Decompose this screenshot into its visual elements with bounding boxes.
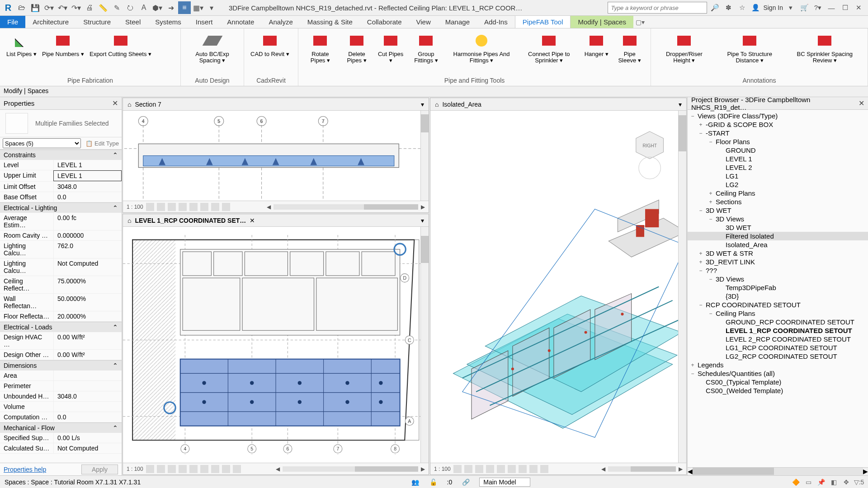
prop-row[interactable]: Wall Reflectan…50.0000% <box>0 294 122 311</box>
qat-close-inactive-icon[interactable]: ▦▾ <box>192 1 204 14</box>
search-input[interactable] <box>608 2 707 14</box>
tree-node[interactable]: GROUND <box>688 146 868 155</box>
ribbon-connect-pipe-to-sprinkler-button[interactable]: Connect Pipe to Sprinkler ▾ <box>517 30 580 66</box>
vc-detail-icon[interactable] <box>146 465 154 473</box>
close-icon[interactable]: ✕ <box>853 2 864 14</box>
vc-sun-icon[interactable] <box>168 203 176 211</box>
prop-row[interactable]: Ceiling Reflect…75.0000% <box>0 276 122 294</box>
tab-modify-spaces[interactable]: Modify | Spaces <box>571 16 633 28</box>
properties-close-icon[interactable]: ✕ <box>112 99 118 108</box>
tree-toggle-icon[interactable]: + <box>708 190 714 197</box>
prop-row[interactable]: Unbounded H…3048.0 <box>0 391 122 402</box>
ribbon-pipe-to-structure-distance-button[interactable]: Pipe To Structure Distance ▾ <box>714 30 786 66</box>
rcp-view-canvas[interactable]: 4 5 6 7 8 A C D <box>123 227 429 463</box>
vc-crop-icon[interactable] <box>497 465 505 473</box>
qat-print-icon[interactable]: 🖨 <box>83 1 96 14</box>
qat-redo-icon[interactable]: ↷▾ <box>70 1 82 14</box>
tree-node[interactable]: −3D Views <box>688 215 868 223</box>
vc-hide-icon[interactable] <box>211 203 219 211</box>
qat-undo-icon[interactable]: ↶▾ <box>56 1 69 14</box>
prop-group-electrical-lighting[interactable]: Electrical - Lighting⌃ <box>0 202 122 213</box>
tab-collaborate[interactable]: Collaborate <box>360 16 409 28</box>
prop-value[interactable] <box>53 402 122 412</box>
isolated-view-canvas[interactable]: RIGHT <box>430 111 686 463</box>
tree-node[interactable]: −Schedules/Quantities (all) <box>688 369 868 378</box>
prop-row[interactable]: Upper LimitLEVEL 1 <box>0 170 122 182</box>
tree-node[interactable]: −3D Views <box>688 275 868 283</box>
tree-node[interactable]: +3D WET & STR <box>688 249 868 258</box>
editable-only-icon[interactable]: 🔓 <box>429 478 438 487</box>
view-tab-isolated[interactable]: Isolated_Area <box>442 101 481 108</box>
prop-value[interactable]: LEVEL 1 <box>53 160 122 170</box>
prop-value[interactable]: 3048.0 <box>53 182 122 192</box>
ribbon-auto-bc-exp-spacing-button[interactable]: Auto BC/Exp Spacing ▾ <box>184 30 240 66</box>
vc-style-icon[interactable] <box>157 465 165 473</box>
tab-pipefab-tool[interactable]: PipeFAB Tool <box>515 16 571 28</box>
tab-architecture[interactable]: Architecture <box>25 16 76 28</box>
qat-text-icon[interactable]: A <box>137 1 150 14</box>
tab-view[interactable]: View <box>409 16 438 28</box>
prop-group-dimensions[interactable]: Dimensions⌃ <box>0 360 122 371</box>
tab-massing-site[interactable]: Massing & Site <box>300 16 360 28</box>
view-tab-dropdown-icon[interactable]: ▾ <box>679 101 682 108</box>
prop-value[interactable]: 762.0 <box>53 241 122 258</box>
minimize-icon[interactable]: — <box>826 2 837 14</box>
prop-value[interactable]: LEVEL 1 <box>53 170 122 181</box>
qat-save-icon[interactable]: 💾 <box>29 1 42 14</box>
prop-row[interactable]: Perimeter <box>0 381 122 391</box>
prop-value[interactable]: 20.0000% <box>53 311 122 321</box>
qat-section-icon[interactable]: ➜ <box>165 1 177 14</box>
view-home-icon[interactable]: ⌂ <box>127 101 131 108</box>
view-tab-dropdown-icon[interactable]: ▾ <box>421 217 424 224</box>
tree-node[interactable]: −??? <box>688 266 868 275</box>
tree-node[interactable]: CS00_(Welded Template) <box>688 386 868 395</box>
prop-row[interactable]: Calculated Su…Not Computed <box>0 443 122 454</box>
hscroll-left-icon[interactable]: ◀ <box>601 466 605 472</box>
ribbon-state-icon[interactable]: ▢▾ <box>633 16 647 28</box>
favorite-icon[interactable]: ☆ <box>736 2 748 14</box>
vc-show-icon[interactable] <box>200 203 208 211</box>
select-links-icon[interactable]: 🔶 <box>791 478 800 487</box>
tree-toggle-icon[interactable]: + <box>698 122 704 128</box>
scrollbar-vertical[interactable] <box>678 111 686 463</box>
tree-node[interactable]: Isolated_Area <box>688 240 868 249</box>
prop-row[interactable]: Lighting Calcu…Not Computed <box>0 258 122 276</box>
tree-toggle-icon[interactable]: + <box>689 362 696 368</box>
select-pinned-icon[interactable]: 📌 <box>816 478 826 487</box>
vc-hide-icon[interactable] <box>211 465 219 473</box>
vc-pin-icon[interactable] <box>233 465 241 473</box>
tab-file[interactable]: File <box>0 16 25 28</box>
view-tab-section[interactable]: Section 7 <box>135 101 161 108</box>
user-icon[interactable]: 👤 <box>750 2 761 14</box>
tree-toggle-icon[interactable]: − <box>708 310 714 317</box>
tab-manage[interactable]: Manage <box>438 16 477 28</box>
properties-help-link[interactable]: Properties help <box>4 466 46 473</box>
tab-analyze[interactable]: Analyze <box>261 16 300 28</box>
view-tab-rcp[interactable]: LEVEL 1_RCP COORDINATED SET… <box>135 217 246 224</box>
ribbon-group-fittings-button[interactable]: Group Fittings ▾ <box>406 30 446 66</box>
vc-crop-icon[interactable] <box>189 203 198 211</box>
tree-node[interactable]: +3D_REVIT LINK <box>688 258 868 266</box>
tree-node[interactable]: −Floor Plans <box>688 137 868 146</box>
workset-dropdown[interactable]: Main Model <box>479 478 530 487</box>
tree-node[interactable]: CS00_(Typical Template) <box>688 378 868 386</box>
qat-switch-window-icon[interactable]: ▾ <box>205 1 218 14</box>
qat-open-icon[interactable]: 🗁 <box>15 1 28 14</box>
prop-value[interactable]: 3048.0 <box>53 391 122 401</box>
qat-dim-icon[interactable]: ✎ <box>110 1 123 14</box>
prop-row[interactable]: Room Cavity …0.000000 <box>0 230 122 241</box>
prop-value[interactable]: 0.0 <box>53 192 122 202</box>
vc-sun-icon[interactable] <box>168 465 176 473</box>
prop-value[interactable]: Not Computed <box>53 258 122 276</box>
tree-toggle-icon[interactable]: − <box>689 113 696 119</box>
vc-style-icon[interactable] <box>464 465 472 473</box>
tree-node[interactable]: LEVEL 2 <box>688 163 868 172</box>
ribbon-pipe-numbers-button[interactable]: Pipe Numbers ▾ <box>39 30 87 59</box>
prop-value[interactable]: 0.000000 <box>53 230 122 240</box>
prop-row[interactable]: Design HVAC …0.00 W/ft² <box>0 332 122 350</box>
vc-pin-icon[interactable] <box>540 465 548 473</box>
ribbon-harmonise-pipes-and-fittings-button[interactable]: Harmonise Pipes And Fittings ▾ <box>446 30 518 66</box>
tree-toggle-icon[interactable]: − <box>698 267 704 274</box>
prop-value[interactable]: 0.0 <box>53 412 122 422</box>
hscroll-left-icon[interactable]: ◀ <box>276 466 280 472</box>
